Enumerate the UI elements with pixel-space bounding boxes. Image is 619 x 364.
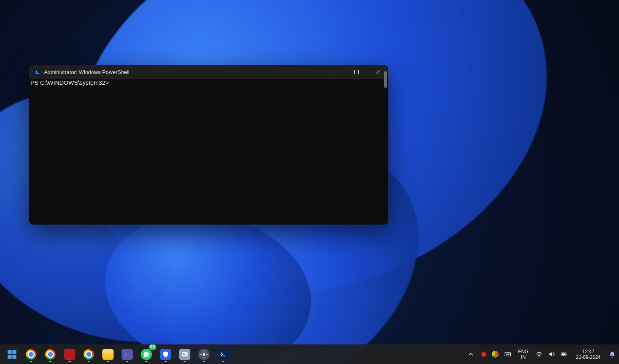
shield-icon (160, 349, 171, 360)
battery-icon (561, 351, 567, 358)
gear-icon (198, 349, 210, 360)
svg-rect-7 (183, 353, 185, 354)
language-region: IN (521, 354, 526, 360)
whatsapp-icon (141, 349, 152, 360)
svg-rect-12 (200, 354, 202, 355)
bell-icon (609, 351, 616, 358)
taskbar-app-chrome[interactable] (80, 346, 98, 363)
svg-point-9 (203, 353, 206, 356)
chrome-icon (45, 349, 56, 360)
svg-rect-13 (206, 354, 208, 355)
taskbar-app-config[interactable] (176, 346, 194, 363)
taskbar-start-button[interactable] (3, 346, 21, 363)
tray-recording-icon[interactable] (481, 352, 486, 357)
clock-time: 12:47 (582, 349, 594, 354)
windows-start-icon (7, 349, 17, 360)
tray-chrome-icon[interactable] (492, 351, 499, 358)
taskbar-app-whatsapp[interactable]: 69 (138, 346, 155, 363)
terminal-scrollbar-thumb[interactable] (384, 71, 387, 88)
svg-rect-19 (506, 354, 509, 355)
file-explorer-icon (102, 349, 114, 360)
teams-icon: T (122, 349, 133, 360)
powershell-icon (34, 69, 41, 76)
taskbar-app-file-explorer[interactable] (99, 346, 117, 363)
taskbar-tray-area: ENG IN 12:47 21-09-2024 (464, 344, 619, 364)
svg-rect-23 (561, 353, 565, 355)
taskbar-app-teams[interactable]: T (118, 346, 136, 363)
svg-rect-2 (12, 350, 16, 354)
taskbar-app-settings[interactable] (195, 346, 213, 363)
wifi-icon (536, 351, 543, 358)
svg-rect-15 (505, 353, 506, 354)
svg-rect-22 (566, 354, 567, 355)
svg-rect-10 (204, 350, 204, 352)
svg-rect-8 (183, 354, 186, 355)
svg-rect-4 (12, 355, 16, 359)
tray-overflow-button[interactable] (464, 344, 477, 364)
window-titlebar[interactable]: Administrator: Windows PowerShell (29, 65, 388, 79)
svg-rect-14 (505, 352, 510, 356)
svg-rect-17 (508, 353, 508, 354)
maximize-button[interactable] (346, 65, 367, 79)
clock-date: 21-09-2024 (576, 354, 601, 360)
config-icon (179, 349, 190, 360)
taskbar-app-chrome[interactable] (42, 346, 59, 363)
red-app-icon (64, 349, 75, 360)
svg-rect-0 (355, 70, 359, 74)
tray-network-sound-battery[interactable] (532, 344, 571, 364)
svg-rect-18 (509, 353, 509, 354)
tray-clock[interactable]: 12:47 21-09-2024 (571, 344, 605, 364)
window-controls (325, 65, 388, 79)
speaker-icon (548, 351, 555, 358)
svg-rect-3 (8, 355, 12, 359)
terminal-prompt: PS C:\WINDOWS\system32> (30, 79, 109, 86)
taskbar-app-area: T 69 (0, 346, 232, 363)
svg-point-20 (539, 356, 539, 357)
taskbar-app-red[interactable] (61, 346, 78, 363)
tray-notifications[interactable] (605, 344, 619, 364)
svg-rect-11 (204, 356, 204, 358)
window-title: Administrator: Windows PowerShell (44, 69, 130, 75)
taskbar: T 69 (0, 344, 619, 364)
powershell-icon (218, 349, 229, 360)
svg-text:T: T (125, 352, 128, 356)
tray-language[interactable]: ENG IN (515, 344, 532, 364)
chrome-icon (83, 349, 94, 360)
terminal-body[interactable]: PS C:\WINDOWS\system32> (29, 79, 388, 225)
svg-rect-16 (507, 353, 507, 354)
taskbar-app-powershell[interactable] (214, 346, 232, 363)
chrome-icon (26, 349, 37, 360)
taskbar-app-security[interactable] (157, 346, 174, 363)
minimize-button[interactable] (325, 65, 346, 79)
language-code: ENG (518, 349, 529, 354)
chevron-up-icon (468, 352, 473, 357)
tray-icons[interactable] (477, 344, 515, 364)
whatsapp-badge: 69 (149, 344, 156, 350)
svg-rect-1 (8, 350, 12, 354)
keyboard-icon[interactable] (504, 351, 511, 358)
powershell-window[interactable]: Administrator: Windows PowerShell PS C:\… (29, 65, 388, 225)
taskbar-app-chrome[interactable] (22, 346, 40, 363)
